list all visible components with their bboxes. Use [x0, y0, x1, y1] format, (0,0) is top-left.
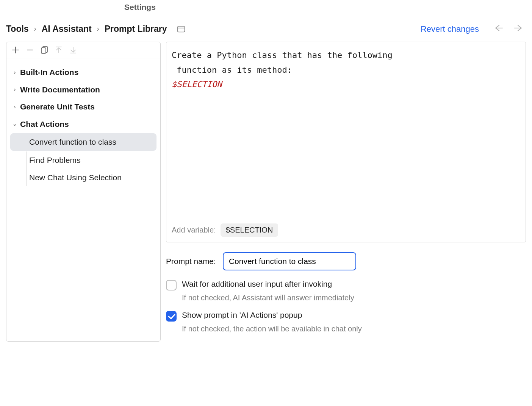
wait-input-label[interactable]: Wait for additional user input after inv…	[182, 280, 332, 289]
svg-rect-0	[177, 26, 185, 32]
content: › Built-In Actions › Write Documentation…	[0, 42, 532, 342]
forward-arrow-icon[interactable]	[511, 25, 526, 33]
move-up-icon	[55, 46, 63, 54]
move-down-icon	[69, 46, 77, 54]
tree-item-label: Find Problems	[29, 154, 80, 167]
prompt-text[interactable]: Create a Python class that has the follo…	[166, 42, 526, 218]
back-arrow-icon[interactable]	[491, 25, 506, 33]
sidebar-toolbar	[6, 42, 160, 58]
crumb-prompt-library[interactable]: Prompt Library	[105, 24, 167, 34]
crumb-ai-assistant[interactable]: AI Assistant	[42, 24, 92, 34]
revert-changes-link[interactable]: Revert changes	[421, 24, 479, 34]
wait-input-row: Wait for additional user input after inv…	[166, 280, 526, 290]
add-variable-label: Add variable:	[172, 226, 216, 234]
chevron-down-icon: ⌄	[12, 120, 18, 128]
tree-item-label: New Chat Using Selection	[29, 171, 122, 184]
tree-item-label: Chat Actions	[20, 118, 69, 131]
editor-line: Create a Python class that has the follo…	[172, 50, 393, 60]
editor-line: function as its method:	[172, 65, 292, 75]
prompt-tree: › Built-In Actions › Write Documentation…	[6, 58, 160, 191]
sidebar: › Built-In Actions › Write Documentation…	[6, 42, 161, 342]
tree-item-find-problems[interactable]: Find Problems	[6, 151, 160, 169]
prompt-name-input[interactable]	[223, 252, 356, 270]
wait-input-description: If not checked, AI Assistant will answer…	[182, 294, 526, 302]
svg-rect-2	[41, 48, 46, 53]
crumb-tools[interactable]: Tools	[6, 24, 29, 34]
tree-item-label: Convert function to class	[29, 136, 116, 148]
tree-item-new-chat-selection[interactable]: New Chat Using Selection	[6, 169, 160, 186]
tree-item-builtin-actions[interactable]: › Built-In Actions	[6, 64, 160, 81]
tree-item-label: Built-In Actions	[20, 66, 78, 79]
tree-item-chat-actions[interactable]: ⌄ Chat Actions	[6, 116, 160, 133]
editor-footer: Add variable: $SELECTION	[166, 218, 526, 242]
tree-guide	[26, 151, 27, 169]
chevron-right-icon: ›	[12, 85, 18, 94]
chevron-right-icon: ›	[34, 25, 36, 33]
show-popup-label[interactable]: Show prompt in 'AI Actions' popup	[182, 311, 302, 320]
wait-input-checkbox[interactable]	[166, 280, 177, 290]
tree-item-write-documentation[interactable]: › Write Documentation	[6, 81, 160, 98]
plus-icon[interactable]	[12, 46, 19, 54]
minus-icon[interactable]	[26, 46, 34, 54]
open-in-window-icon[interactable]	[177, 26, 185, 33]
chevron-right-icon: ›	[12, 68, 18, 77]
tree-item-label: Write Documentation	[20, 83, 100, 96]
prompt-name-label: Prompt name:	[166, 257, 216, 266]
settings-title: Settings	[124, 3, 532, 12]
variable-token: $SELECTION	[172, 80, 222, 89]
copy-icon[interactable]	[41, 46, 48, 54]
tree-guide	[26, 169, 27, 186]
prompt-editor[interactable]: Create a Python class that has the follo…	[166, 42, 526, 242]
main-panel: Create a Python class that has the follo…	[166, 42, 526, 342]
breadcrumb: Tools › AI Assistant › Prompt Library	[6, 24, 416, 34]
prompt-form: Prompt name: Wait for additional user in…	[166, 242, 526, 342]
chevron-right-icon: ›	[12, 103, 18, 111]
variable-chip-selection[interactable]: $SELECTION	[221, 223, 278, 237]
prompt-name-row: Prompt name:	[166, 252, 526, 270]
tree-item-label: Generate Unit Tests	[20, 100, 95, 113]
show-popup-checkbox[interactable]	[166, 311, 177, 322]
tree-item-generate-unit-tests[interactable]: › Generate Unit Tests	[6, 98, 160, 116]
show-popup-description: If not checked, the action will be avail…	[182, 325, 526, 333]
chevron-right-icon: ›	[97, 25, 99, 33]
topbar: Tools › AI Assistant › Prompt Library Re…	[0, 16, 532, 42]
tree-item-convert-function[interactable]: Convert function to class	[10, 133, 156, 151]
show-popup-row: Show prompt in 'AI Actions' popup	[166, 311, 526, 322]
